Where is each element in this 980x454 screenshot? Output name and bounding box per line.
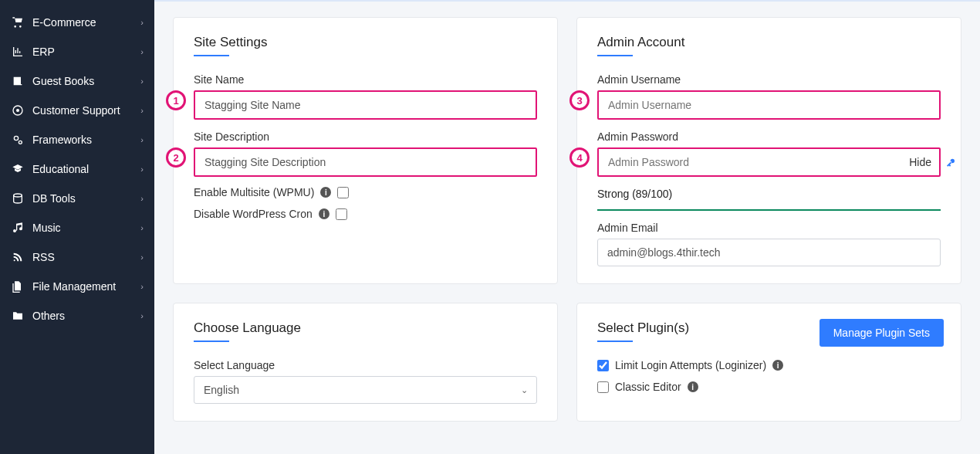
sidebar-item-label: ERP: [32, 46, 140, 58]
sidebar-item-label: Others: [32, 310, 140, 322]
folder-icon: [11, 309, 25, 323]
book-icon: [11, 74, 25, 88]
svg-point-4: [14, 194, 22, 197]
info-icon[interactable]: i: [319, 208, 329, 219]
lifebuoy-icon: [11, 103, 25, 117]
language-select[interactable]: English: [194, 376, 537, 404]
info-icon[interactable]: i: [320, 187, 331, 198]
site-settings-card: Site Settings Site Name 1 Site Descripti…: [173, 17, 558, 284]
title-underline: [194, 340, 229, 342]
chevron-right-icon: ›: [140, 47, 144, 56]
sidebar-item-rss[interactable]: RSS ›: [0, 242, 154, 272]
admin-email-label: Admin Email: [597, 222, 941, 234]
badge-4: 4: [569, 147, 590, 168]
sidebar-item-frameworks[interactable]: Frameworks ›: [0, 125, 154, 154]
sidebar-item-filemgmt[interactable]: File Management ›: [0, 272, 154, 301]
main-content: Site Settings Site Name 1 Site Descripti…: [154, 0, 980, 454]
sidebar-item-guestbooks[interactable]: Guest Books ›: [0, 66, 154, 96]
sidebar-item-label: RSS: [32, 251, 140, 263]
svg-point-3: [19, 141, 22, 144]
site-desc-input[interactable]: [194, 147, 537, 177]
admin-password-label: Admin Password: [597, 130, 941, 143]
badge-1: 1: [166, 90, 186, 110]
info-icon[interactable]: i: [688, 381, 698, 392]
chevron-right-icon: ›: [140, 76, 144, 86]
sidebar-item-educational[interactable]: Educational ›: [0, 154, 154, 184]
sidebar-item-label: Customer Support: [32, 104, 140, 117]
title-underline: [194, 55, 229, 56]
admin-account-card: Admin Account Admin Username 3 Admin Pas…: [576, 17, 961, 284]
plugins-card: Manage Plugin Sets Select Plugin(s) Limi…: [576, 303, 961, 422]
chevron-right-icon: ›: [140, 223, 144, 232]
enable-multisite-label: Enable Multisite (WPMU): [194, 186, 314, 198]
key-icon[interactable]: [945, 155, 958, 170]
sidebar: E-Commerce › ERP › Guest Books › Custome…: [0, 0, 154, 454]
chevron-right-icon: ›: [140, 106, 144, 115]
site-name-input[interactable]: [194, 90, 537, 120]
gears-icon: [11, 133, 25, 147]
card-title: Admin Account: [597, 35, 941, 50]
sidebar-item-others[interactable]: Others ›: [0, 301, 154, 330]
plugin-classic-editor-label: Classic Editor: [615, 381, 681, 393]
info-icon[interactable]: i: [772, 360, 783, 371]
sidebar-item-support[interactable]: Customer Support ›: [0, 96, 154, 125]
badge-3: 3: [569, 90, 590, 110]
card-title: Site Settings: [194, 35, 537, 50]
sidebar-item-dbtools[interactable]: DB Tools ›: [0, 184, 154, 213]
site-desc-label: Site Description: [194, 130, 537, 143]
sidebar-item-erp[interactable]: ERP ›: [0, 37, 154, 66]
chevron-right-icon: ›: [140, 18, 144, 27]
sidebar-item-label: Music: [32, 222, 140, 234]
database-icon: [11, 191, 25, 205]
admin-password-input[interactable]: [597, 147, 941, 177]
password-strength-bar: [597, 209, 941, 211]
select-language-label: Select Language: [194, 359, 537, 371]
badge-2: 2: [166, 147, 186, 168]
password-hide-toggle[interactable]: Hide: [906, 156, 934, 168]
chevron-right-icon: ›: [140, 252, 144, 262]
title-underline: [597, 55, 633, 56]
title-underline: [597, 340, 633, 342]
disable-cron-label: Disable WordPress Cron: [194, 208, 313, 220]
disable-cron-checkbox[interactable]: [336, 208, 347, 220]
card-title: Choose Language: [194, 320, 537, 336]
manage-plugin-sets-button[interactable]: Manage Plugin Sets: [819, 319, 944, 347]
chevron-right-icon: ›: [140, 282, 144, 291]
sidebar-item-label: DB Tools: [32, 192, 140, 205]
sidebar-item-ecommerce[interactable]: E-Commerce ›: [0, 8, 154, 37]
chevron-right-icon: ›: [140, 164, 144, 174]
sidebar-item-label: Guest Books: [32, 75, 140, 87]
sidebar-item-label: E-Commerce: [32, 16, 140, 29]
language-card: Choose Language Select Language English …: [173, 303, 558, 422]
sidebar-item-music[interactable]: Music ›: [0, 213, 154, 242]
admin-username-label: Admin Username: [597, 73, 941, 86]
enable-multisite-checkbox[interactable]: [337, 187, 349, 198]
rss-icon: [11, 250, 25, 264]
sidebar-item-label: Educational: [32, 163, 140, 175]
chevron-right-icon: ›: [140, 311, 144, 320]
password-strength-label: Strong (89/100): [597, 188, 941, 200]
plugin-classic-editor-checkbox[interactable]: [597, 381, 609, 393]
plugin-loginizer-label: Limit Login Attempts (Loginizer): [615, 359, 766, 371]
site-name-label: Site Name: [194, 73, 537, 86]
sidebar-item-label: File Management: [32, 280, 140, 293]
chevron-right-icon: ›: [140, 135, 144, 144]
svg-point-1: [16, 109, 19, 112]
files-icon: [11, 280, 25, 293]
chevron-right-icon: ›: [140, 194, 144, 203]
svg-point-2: [14, 136, 18, 140]
admin-username-input[interactable]: [597, 90, 941, 120]
chart-icon: [11, 45, 25, 59]
cart-icon: [11, 15, 25, 29]
graduation-icon: [11, 162, 25, 176]
sidebar-item-label: Frameworks: [32, 134, 140, 146]
plugin-loginizer-checkbox[interactable]: [597, 360, 609, 371]
admin-email-input[interactable]: [597, 239, 941, 266]
music-icon: [11, 221, 25, 235]
